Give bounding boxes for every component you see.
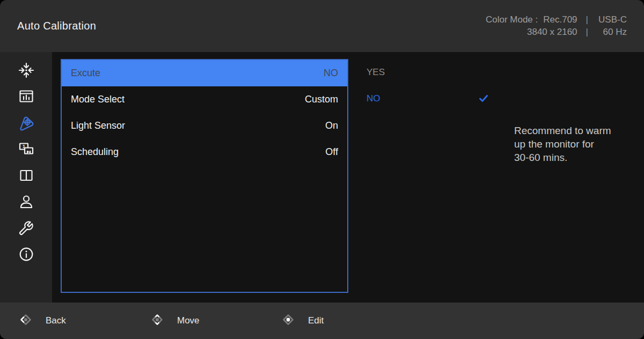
sidebar-item-palette[interactable]: [18, 89, 35, 106]
osd-screen: Auto Calibration Color Mode : Rec.709 | …: [0, 0, 644, 339]
pip-windows-icon: 1 2: [18, 141, 35, 159]
status-line-1: Color Mode : Rec.709 | USB-C: [486, 14, 627, 25]
option-label: YES: [367, 67, 385, 78]
hint-back-label: Back: [46, 315, 66, 326]
note-line: up the monitor for: [514, 137, 611, 151]
options-panel: YES NO Recommend to warm up the monitor …: [348, 59, 644, 293]
menu-item-label: Light Sensor: [71, 120, 125, 131]
menu-panel: Excute NO Mode Select Custom Light Senso…: [61, 59, 348, 293]
gamut-target-icon: [17, 114, 35, 134]
menu-item-execute[interactable]: Excute NO: [62, 60, 347, 86]
sidebar-item-pip-pbp[interactable]: 1 2: [18, 141, 35, 158]
sidebar: 1 2: [0, 52, 52, 303]
hint-move-label: Move: [177, 315, 200, 326]
wrench-icon: [18, 219, 35, 238]
note-line: 30-60 mins.: [514, 151, 611, 164]
menu-item-value: On: [325, 120, 338, 131]
color-mode-value: Rec.709: [543, 14, 577, 25]
svg-text:2: 2: [27, 150, 30, 153]
checkmark-icon: [478, 93, 489, 104]
info-icon: [18, 246, 35, 264]
page-title: Auto Calibration: [17, 20, 96, 32]
hint-back: Back: [18, 303, 66, 339]
note-line: Recommend to warm: [514, 124, 611, 137]
menu-item-label: Scheduling: [71, 146, 119, 158]
status-info: Color Mode : Rec.709 | USB-C 3840 x 2160…: [486, 14, 627, 38]
user-icon: [18, 193, 35, 212]
joystick-left-icon: [18, 312, 34, 330]
menu-item-value: Off: [325, 146, 338, 158]
sidebar-item-user[interactable]: [18, 194, 35, 211]
option-yes[interactable]: YES: [348, 59, 644, 85]
converge-arrows-icon: [18, 62, 35, 80]
separator: |: [586, 14, 588, 25]
split-screen-icon: [18, 167, 35, 186]
option-no[interactable]: NO: [348, 85, 644, 112]
input-source-value: USB-C: [597, 14, 627, 25]
menu-item-label: Mode Select: [71, 94, 125, 105]
monitor-chart-icon: [18, 88, 35, 107]
menu-item-mode-select[interactable]: Mode Select Custom: [62, 86, 347, 113]
sidebar-item-settings[interactable]: [18, 220, 35, 237]
menu-item-value: NO: [324, 68, 338, 79]
footer-hints-bar: Back Move: [0, 303, 644, 339]
recommendation-note: Recommend to warm up the monitor for 30-…: [514, 124, 611, 164]
sidebar-item-split-screen[interactable]: [18, 167, 35, 185]
sidebar-item-information[interactable]: [18, 246, 35, 263]
hint-move: Move: [149, 303, 200, 339]
status-line-2: 3840 x 2160 | 60 Hz: [486, 27, 627, 38]
resolution-value: 3840 x 2160: [527, 27, 577, 38]
option-label: NO: [367, 93, 380, 104]
refresh-rate-value: 60 Hz: [597, 27, 627, 38]
joystick-press-icon: [280, 312, 296, 330]
menu-item-light-sensor[interactable]: Light Sensor On: [62, 113, 347, 139]
menu-item-scheduling[interactable]: Scheduling Off: [62, 139, 347, 165]
joystick-up-down-icon: [149, 312, 165, 330]
menu-item-label: Excute: [71, 68, 100, 79]
separator: |: [586, 27, 588, 38]
menu-item-value: Custom: [305, 94, 338, 105]
hint-edit-label: Edit: [308, 315, 324, 326]
header: Auto Calibration Color Mode : Rec.709 | …: [0, 0, 644, 52]
color-mode-label: Color Mode :: [486, 14, 538, 25]
hint-edit: Edit: [280, 303, 324, 339]
sidebar-item-preset[interactable]: [18, 62, 35, 79]
sidebar-item-calibration[interactable]: [18, 115, 35, 132]
